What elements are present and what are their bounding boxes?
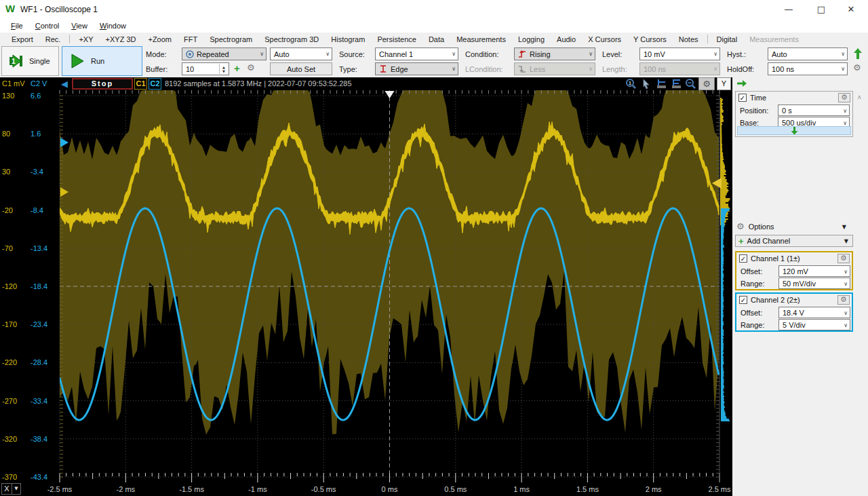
horizontal-cursor-icon[interactable] — [655, 78, 669, 90]
time-gear-icon[interactable]: ⚙ — [838, 93, 850, 102]
viewmenu-persistence[interactable]: Persistence — [371, 35, 422, 44]
viewmenu-export[interactable]: Export — [5, 35, 39, 44]
length-value: 100 ns — [644, 65, 666, 73]
channel1-checkbox[interactable]: ✓ — [739, 254, 747, 263]
x-axis-button[interactable]: X ▼ — [1, 483, 21, 495]
hysteresis-label: Hyst.: — [727, 47, 746, 60]
maximize-button[interactable]: □ — [806, 0, 837, 19]
scope-plot-area[interactable]: 1308030-20-70-120-170-220-270-320-3706.6… — [0, 77, 732, 496]
viewmenu-notes[interactable]: Notes — [673, 35, 705, 44]
buffer-gear-icon[interactable]: ⚙ — [247, 63, 255, 73]
x-axis-tick: 1.5 ms — [576, 485, 599, 493]
condition-value: Rising — [530, 50, 551, 58]
trigger-mode-select[interactable]: Auto ∨ — [270, 47, 332, 60]
c1-axis-tick: -120 — [2, 282, 17, 290]
vertical-cursor-icon[interactable] — [670, 78, 684, 90]
history-back-icon[interactable]: ◀ — [61, 79, 68, 89]
zoom-one-icon[interactable]: 1 — [624, 78, 637, 90]
less-icon — [518, 64, 527, 73]
scrollbar-up-icon[interactable]: ∧ — [857, 94, 862, 100]
source-label: Source: — [339, 47, 365, 60]
buffer-spinner[interactable]: ▲▼ — [219, 64, 228, 74]
c1-axis-tick: -370 — [2, 473, 17, 481]
condition-select[interactable]: Rising ∨ — [514, 47, 595, 60]
level-select[interactable]: 10 mV ∨ — [639, 47, 720, 60]
time-checkbox[interactable]: ✓ — [738, 94, 747, 102]
c1-axis-tick: -20 — [2, 206, 13, 214]
y-axis-button[interactable]: Y — [717, 77, 731, 90]
c2-axis-tick: -43.4 — [31, 473, 47, 481]
x-axis-tick: -1.5 ms — [179, 485, 204, 493]
menu-window[interactable]: Window — [94, 20, 132, 31]
viewmenu-spectrogram-3d[interactable]: Spectrogram 3D — [258, 35, 325, 44]
stop-button[interactable]: Stop — [72, 78, 133, 90]
viewmenu-measurements[interactable]: Measurements — [450, 35, 512, 44]
pointer-tool-icon[interactable] — [639, 78, 653, 90]
position-select[interactable]: 0 s∨ — [778, 104, 850, 116]
viewmenu--xyz-3d[interactable]: +XYZ 3D — [100, 35, 142, 44]
minimize-button[interactable]: — — [773, 0, 804, 19]
channel1-gear-icon[interactable]: ⚙ — [837, 254, 850, 263]
c1-axis-tick: -320 — [2, 435, 17, 443]
mode-select[interactable]: Repeated ∨ — [182, 47, 267, 60]
auto-set-label: Auto Set — [287, 65, 315, 73]
svg-text:1: 1 — [629, 81, 631, 85]
menu-separator — [707, 35, 708, 43]
buffer-spinbox[interactable]: 10 ▲▼ — [182, 62, 229, 75]
viewmenu-audio[interactable]: Audio — [551, 35, 582, 44]
level-up-arrow-icon[interactable] — [853, 48, 863, 60]
type-select[interactable]: Edge ∨ — [375, 62, 458, 75]
c1-axis-tick: 30 — [2, 168, 10, 176]
x-axis-dropdown-icon[interactable]: ▼ — [12, 484, 20, 494]
channel1-badge[interactable]: C1 — [134, 78, 147, 90]
trigger-gear-icon[interactable]: ⚙ — [853, 63, 861, 73]
run-button[interactable]: Run — [62, 46, 142, 76]
channel1-range-select[interactable]: 50 mV/div∨ — [778, 278, 850, 289]
channel2-checkbox[interactable]: ✓ — [739, 296, 747, 304]
channel1-offset-select[interactable]: 120 mV∨ — [778, 265, 850, 277]
viewmenu--xy[interactable]: +XY — [73, 35, 99, 44]
holdoff-select[interactable]: 100 ns ∨ — [768, 62, 848, 75]
auto-set-button[interactable]: Auto Set — [270, 62, 332, 75]
panel-scrollbar[interactable]: ∧ — [856, 91, 867, 496]
buffer-label: Buffer: — [146, 62, 167, 75]
plot-settings-gear-icon[interactable]: ⚙ — [698, 77, 715, 90]
hysteresis-select[interactable]: Auto ∨ — [768, 47, 848, 60]
position-label: Position: — [740, 104, 768, 116]
viewmenu-spectrogram[interactable]: Spectrogram — [203, 35, 258, 44]
viewmenu-logging[interactable]: Logging — [512, 35, 551, 44]
close-button[interactable]: ✕ — [835, 0, 867, 19]
channel2-range-select[interactable]: 5 V/div∨ — [778, 319, 850, 330]
stop-label: Stop — [92, 79, 113, 88]
single-button[interactable]: 1 Single — [1, 46, 59, 76]
menu-control[interactable]: Control — [30, 20, 64, 31]
level-label: Level: — [602, 47, 622, 60]
viewmenu-digital[interactable]: Digital — [711, 35, 744, 44]
viewmenu-data[interactable]: Data — [422, 35, 450, 44]
add-channel-button[interactable]: + Add Channel ▼ — [735, 235, 853, 247]
menu-view[interactable]: View — [66, 20, 93, 31]
channel2-badge[interactable]: C2 — [149, 78, 161, 90]
add-buffer-icon[interactable]: + — [234, 62, 240, 74]
channel2-gear-icon[interactable]: ⚙ — [837, 295, 850, 305]
add-channel-label: Add Channel — [747, 237, 791, 245]
mode-value: Repeated — [197, 50, 229, 58]
panel-collapse-arrow-icon[interactable] — [736, 79, 747, 88]
viewmenu-y-cursors[interactable]: Y Cursors — [627, 35, 673, 44]
c1-axis-tick: -220 — [2, 358, 17, 366]
add-channel-dropdown-icon: ▼ — [844, 238, 848, 244]
viewmenu-rec-[interactable]: Rec. — [39, 35, 67, 44]
viewmenu-histogram[interactable]: Histogram — [325, 35, 371, 44]
source-select[interactable]: Channel 1 ∨ — [375, 47, 458, 60]
viewmenu-fft[interactable]: FFT — [178, 35, 203, 44]
zoom-out-icon[interactable] — [684, 78, 697, 90]
c2-axis-tick: -8.4 — [31, 206, 43, 214]
single-button-label: Single — [29, 57, 50, 65]
options-menu[interactable]: ⚙ Options ▼ — [736, 221, 853, 232]
viewmenu-x-cursors[interactable]: X Cursors — [582, 35, 627, 44]
channel2-offset-select[interactable]: 18.4 V∨ — [778, 307, 850, 318]
time-expand-bar[interactable] — [737, 126, 851, 135]
viewmenu--zoom[interactable]: +Zoom — [142, 35, 178, 44]
menu-file[interactable]: File — [5, 20, 28, 31]
length-label: Length: — [602, 62, 627, 75]
